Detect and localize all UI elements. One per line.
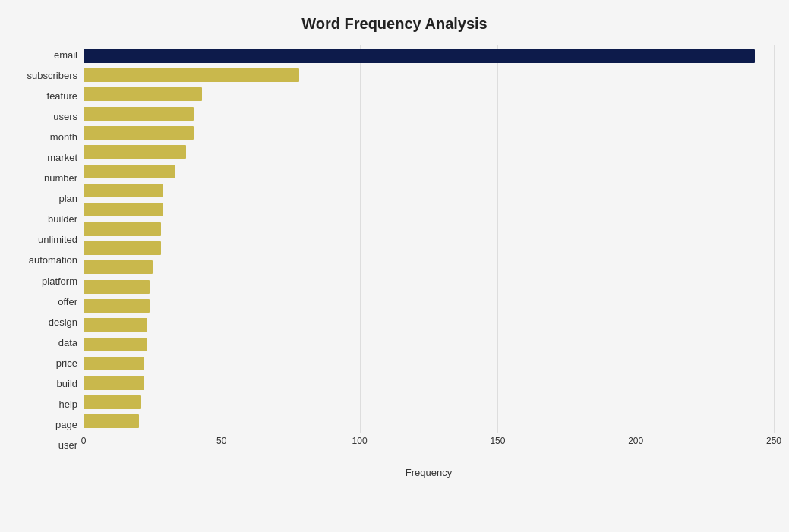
bar-row-users: [84, 105, 774, 122]
bar-month: [84, 126, 194, 140]
y-label-page: page: [55, 414, 77, 435]
y-label-market: market: [47, 147, 77, 168]
bar-row-subscribers: [84, 67, 774, 83]
bar-row-platform: [84, 259, 774, 275]
y-label-price: price: [56, 353, 77, 373]
bars-and-grid: 050100150200250: [84, 45, 774, 455]
y-label-platform: platform: [42, 271, 77, 291]
bar-market: [84, 145, 186, 159]
bar-row-price: [84, 336, 774, 353]
y-label-plan: plan: [58, 188, 77, 209]
plot-area: 050100150200250 Frequency: [84, 45, 774, 478]
y-label-unlimited: unlimited: [38, 229, 77, 250]
bar-platform: [84, 260, 153, 274]
bar-row-unlimited: [84, 221, 774, 238]
y-label-email: email: [54, 45, 77, 65]
x-tick-0: 0: [81, 436, 87, 446]
bar-users: [84, 107, 194, 121]
y-label-data: data: [58, 332, 77, 353]
bar-row-plan: [84, 182, 774, 199]
bar-row-automation: [84, 240, 774, 257]
bar-help: [84, 376, 144, 390]
y-label-user: user: [58, 435, 77, 455]
y-label-feature: feature: [47, 86, 77, 106]
y-label-builder: builder: [48, 209, 77, 229]
x-tick-100: 100: [352, 436, 368, 446]
bar-row-build: [84, 355, 774, 372]
bar-design: [84, 299, 150, 313]
y-label-number: number: [44, 168, 77, 188]
x-tick-50: 50: [216, 436, 226, 446]
x-tick-200: 200: [628, 436, 643, 446]
chart-title: Word Frequency Analysis: [15, 15, 774, 33]
x-tick-150: 150: [490, 436, 505, 446]
bar-row-market: [84, 143, 774, 160]
x-axis: 050100150200250: [84, 433, 774, 455]
bar-offer: [84, 280, 150, 294]
bar-email: [84, 49, 755, 63]
bar-row-help: [84, 375, 774, 392]
bar-row-month: [84, 124, 774, 141]
bar-data: [84, 318, 147, 332]
y-label-subscribers: subscribers: [27, 65, 77, 86]
y-label-build: build: [57, 373, 77, 394]
bar-build: [84, 357, 144, 370]
y-label-users: users: [53, 106, 77, 127]
bar-user: [84, 414, 139, 428]
bar-row-email: [84, 48, 774, 65]
y-label-design: design: [49, 312, 77, 332]
bar-automation: [84, 241, 161, 255]
grid-line-250: [774, 45, 775, 433]
y-label-month: month: [50, 127, 77, 147]
y-label-offer: offer: [58, 291, 77, 312]
bar-row-offer: [84, 279, 774, 295]
y-label-automation: automation: [29, 250, 77, 270]
bar-plan: [84, 184, 163, 197]
bar-row-builder: [84, 201, 774, 218]
bar-row-data: [84, 316, 774, 333]
chart-area: emailsubscribersfeatureusersmonthmarketn…: [15, 45, 774, 478]
bar-builder: [84, 203, 163, 216]
y-labels: emailsubscribersfeatureusersmonthmarketn…: [15, 45, 84, 478]
bar-unlimited: [84, 222, 161, 236]
bar-row-user: [84, 413, 774, 430]
bars-container: [84, 45, 774, 433]
chart-container: Word Frequency Analysis emailsubscribers…: [0, 0, 789, 532]
bar-price: [84, 338, 147, 351]
bar-row-page: [84, 394, 774, 411]
bar-page: [84, 395, 141, 409]
bar-number: [84, 165, 175, 178]
bar-subscribers: [84, 68, 299, 82]
bar-feature: [84, 87, 202, 101]
x-axis-label: Frequency: [84, 467, 774, 478]
x-tick-250: 250: [766, 436, 781, 446]
bar-row-feature: [84, 86, 774, 102]
bar-row-design: [84, 297, 774, 314]
bar-row-number: [84, 163, 774, 180]
y-label-help: help: [58, 394, 77, 414]
